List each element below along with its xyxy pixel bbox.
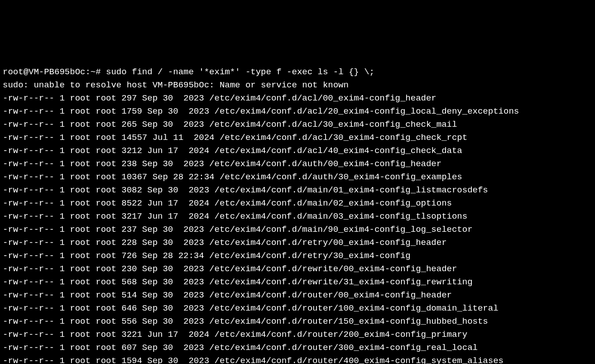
sudo-error-line: sudo: unable to resolve host VM-PB695bOc… [3, 79, 592, 92]
ls-output-line: -rw-r--r-- 1 root root 265 Sep 30 2023 /… [3, 118, 592, 131]
ls-output-line: -rw-r--r-- 1 root root 646 Sep 30 2023 /… [3, 302, 592, 315]
ls-output-line: -rw-r--r-- 1 root root 3221 Jun 17 2024 … [3, 328, 592, 341]
terminal-output[interactable]: root@VM-PB695bOc:~# sudo find / -name '*… [0, 66, 595, 364]
prompt-line[interactable]: root@VM-PB695bOc:~# sudo find / -name '*… [3, 66, 592, 79]
ls-output-line: -rw-r--r-- 1 root root 238 Sep 30 2023 /… [3, 158, 592, 171]
ls-output-line: -rw-r--r-- 1 root root 568 Sep 30 2023 /… [3, 276, 592, 289]
command-text: sudo find / -name '*exim*' -type f -exec… [101, 67, 374, 77]
ls-output-line: -rw-r--r-- 1 root root 8522 Jun 17 2024 … [3, 197, 592, 210]
ls-output-line: -rw-r--r-- 1 root root 607 Sep 30 2023 /… [3, 341, 592, 354]
ls-output-line: -rw-r--r-- 1 root root 228 Sep 30 2023 /… [3, 236, 592, 249]
ls-output-line: -rw-r--r-- 1 root root 514 Sep 30 2023 /… [3, 289, 592, 302]
ls-output-line: -rw-r--r-- 1 root root 237 Sep 30 2023 /… [3, 223, 592, 236]
ls-output-line: -rw-r--r-- 1 root root 3212 Jun 17 2024 … [3, 144, 592, 158]
ls-output-line: -rw-r--r-- 1 root root 297 Sep 30 2023 /… [3, 92, 592, 105]
ls-output-line: -rw-r--r-- 1 root root 230 Sep 30 2023 /… [3, 263, 592, 276]
ls-output-line: -rw-r--r-- 1 root root 1759 Sep 30 2023 … [3, 105, 592, 118]
ls-output-line: -rw-r--r-- 1 root root 556 Sep 30 2023 /… [3, 315, 592, 328]
ls-output-line: -rw-r--r-- 1 root root 10367 Sep 28 22:3… [3, 171, 592, 184]
ls-output-line: -rw-r--r-- 1 root root 726 Sep 28 22:34 … [3, 249, 592, 263]
ls-output-line: -rw-r--r-- 1 root root 14557 Jul 11 2024… [3, 131, 592, 144]
shell-prompt: root@VM-PB695bOc:~# [3, 67, 101, 77]
ls-output-line: -rw-r--r-- 1 root root 3082 Sep 30 2023 … [3, 184, 592, 197]
ls-output-line: -rw-r--r-- 1 root root 1594 Sep 30 2023 … [3, 354, 592, 364]
ls-output-line: -rw-r--r-- 1 root root 3217 Jun 17 2024 … [3, 210, 592, 223]
